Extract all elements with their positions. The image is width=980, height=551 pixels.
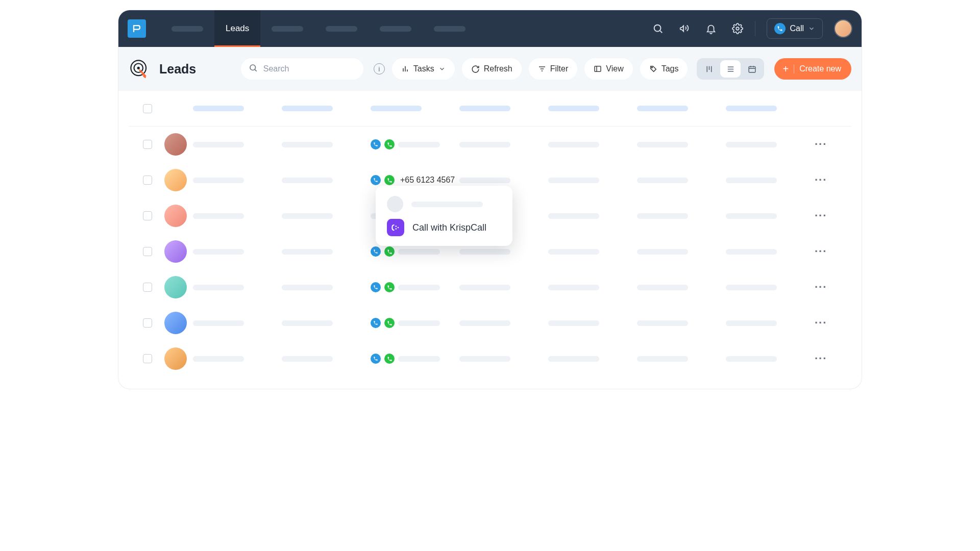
svg-line-1 <box>660 31 663 33</box>
popover-option-krispcall[interactable]: Call with KrispCall <box>387 217 501 238</box>
phone-icon[interactable] <box>371 318 381 328</box>
nav-tab-placeholder[interactable] <box>160 10 214 47</box>
phone-icon[interactable] <box>371 354 381 364</box>
nav-tab-placeholder[interactable] <box>369 10 423 47</box>
topbar: Leads Call <box>118 10 862 47</box>
megaphone-icon[interactable] <box>678 22 691 35</box>
column-header-skeleton <box>637 106 688 111</box>
chevron-down-icon <box>438 65 446 72</box>
skeleton <box>193 213 244 219</box>
row-actions-button[interactable]: ··· <box>815 209 827 222</box>
whatsapp-icon[interactable] <box>384 354 395 364</box>
search-icon[interactable] <box>652 22 664 35</box>
table-row[interactable]: ··· <box>129 305 851 341</box>
phone-icon[interactable] <box>371 139 381 149</box>
row-actions-button[interactable]: ··· <box>815 138 827 151</box>
whatsapp-icon[interactable] <box>384 139 395 149</box>
tag-icon <box>649 65 657 73</box>
lead-avatar[interactable] <box>164 312 187 334</box>
skeleton <box>637 320 688 326</box>
row-checkbox[interactable] <box>143 140 152 149</box>
gear-icon[interactable] <box>731 22 744 35</box>
skeleton <box>459 285 510 290</box>
refresh-button[interactable]: Refresh <box>462 58 522 80</box>
whatsapp-icon[interactable] <box>384 246 395 257</box>
view-toggle-calendar[interactable] <box>742 60 762 78</box>
svg-point-29 <box>398 227 399 229</box>
table-row[interactable]: ··· <box>129 341 851 377</box>
skeleton <box>193 178 244 183</box>
column-header-skeleton <box>726 106 777 111</box>
view-toggle-list[interactable] <box>720 60 741 78</box>
skeleton <box>637 213 688 219</box>
plus-icon: + <box>782 64 789 74</box>
svg-point-0 <box>654 25 661 32</box>
nav-tab-placeholder[interactable] <box>260 10 314 47</box>
row-checkbox[interactable] <box>143 247 152 256</box>
lead-avatar[interactable] <box>164 169 187 191</box>
create-new-button[interactable]: + Create new <box>774 58 851 80</box>
contact-cell <box>371 282 459 292</box>
phone-icon <box>774 23 786 34</box>
lead-avatar[interactable] <box>164 205 187 227</box>
table-row[interactable]: +65 6123 4567 ··· Call with KrispCall <box>129 162 851 198</box>
layout-icon <box>594 65 602 73</box>
app-logo[interactable] <box>128 19 146 38</box>
info-icon[interactable]: i <box>374 63 385 74</box>
row-actions-button[interactable]: ··· <box>815 173 827 186</box>
row-actions-button[interactable]: ··· <box>815 352 827 365</box>
nav-tab-placeholder[interactable] <box>423 10 477 47</box>
row-actions-button[interactable]: ··· <box>815 316 827 329</box>
row-actions-button[interactable]: ··· <box>815 245 827 258</box>
filter-button[interactable]: Filter <box>529 58 578 80</box>
lead-avatar[interactable] <box>164 347 187 370</box>
leads-icon <box>129 58 150 80</box>
skeleton <box>459 142 510 147</box>
create-label: Create new <box>799 64 841 73</box>
svg-point-2 <box>737 27 740 30</box>
lead-avatar[interactable] <box>164 133 187 156</box>
whatsapp-icon[interactable] <box>384 318 395 328</box>
phone-icon[interactable] <box>371 246 381 257</box>
table-row[interactable]: ··· <box>129 127 851 162</box>
tags-button[interactable]: Tags <box>640 58 688 80</box>
bell-icon[interactable] <box>705 22 717 35</box>
table-row[interactable]: ··· <box>129 269 851 305</box>
skeleton <box>272 26 303 32</box>
row-checkbox[interactable] <box>143 176 152 185</box>
whatsapp-icon[interactable] <box>384 175 395 185</box>
popover-option-placeholder[interactable] <box>387 194 501 214</box>
row-checkbox[interactable] <box>143 283 152 292</box>
row-checkbox[interactable] <box>143 318 152 328</box>
select-all-checkbox[interactable] <box>143 104 152 113</box>
skeleton <box>726 178 777 183</box>
skeleton <box>193 285 244 290</box>
column-header-skeleton <box>282 106 333 111</box>
table-header <box>129 91 851 127</box>
nav-tab-placeholder[interactable] <box>314 10 369 47</box>
view-toggle <box>697 58 764 80</box>
svg-point-16 <box>651 67 652 68</box>
view-toggle-kanban[interactable] <box>699 60 719 78</box>
call-button[interactable]: Call <box>767 18 823 39</box>
contact-cell <box>371 354 459 364</box>
skeleton <box>282 356 333 362</box>
svg-line-7 <box>255 69 256 71</box>
lead-avatar[interactable] <box>164 276 187 298</box>
lead-avatar[interactable] <box>164 240 187 263</box>
view-button[interactable]: View <box>584 58 632 80</box>
phone-icon[interactable] <box>371 175 381 185</box>
skeleton <box>726 356 777 362</box>
row-checkbox[interactable] <box>143 354 152 363</box>
row-checkbox[interactable] <box>143 211 152 220</box>
nav-tab-leads[interactable]: Leads <box>214 10 260 47</box>
row-actions-button[interactable]: ··· <box>815 281 827 293</box>
phone-number[interactable]: +65 6123 4567 <box>400 176 455 185</box>
tasks-button[interactable]: Tasks <box>392 58 455 80</box>
app-frame: Leads Call Leads i <box>118 10 862 389</box>
search-input[interactable] <box>241 58 363 80</box>
user-avatar[interactable] <box>834 19 852 38</box>
phone-icon[interactable] <box>371 282 381 292</box>
skeleton <box>637 356 688 362</box>
whatsapp-icon[interactable] <box>384 282 395 292</box>
